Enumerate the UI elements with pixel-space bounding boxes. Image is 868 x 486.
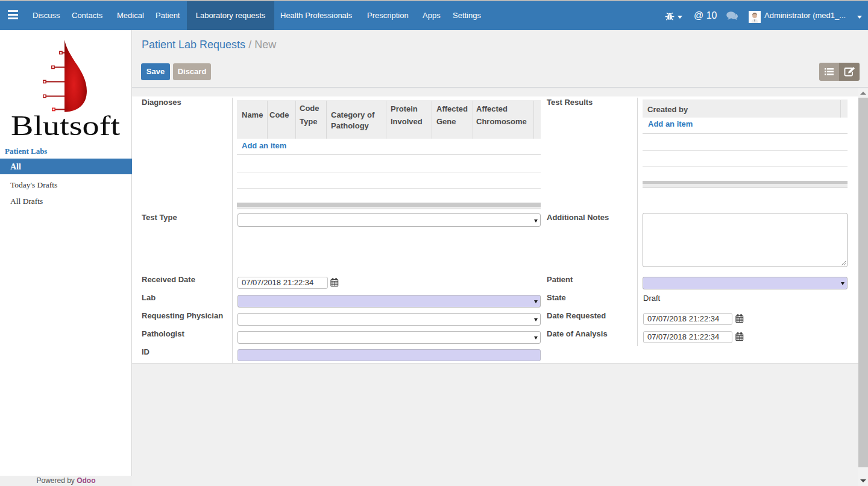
svg-text:Blutsoft: Blutsoft <box>11 110 120 139</box>
